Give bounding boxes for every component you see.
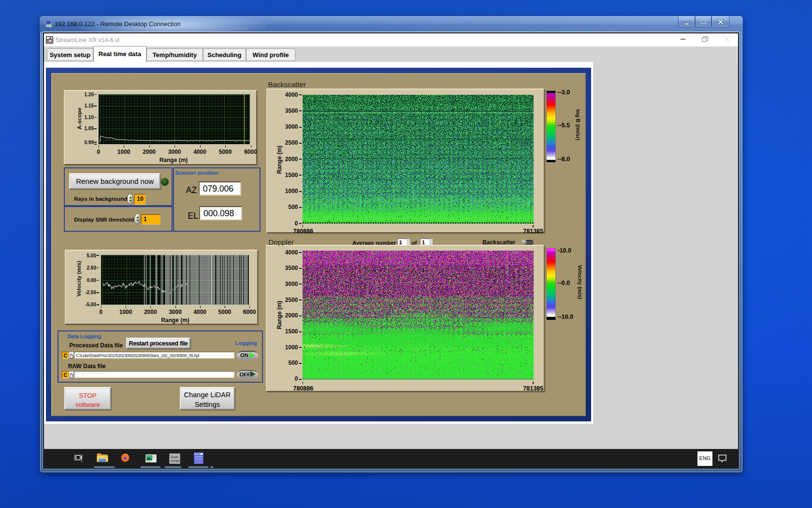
svg-text:WEEK: WEEK	[195, 453, 201, 455]
